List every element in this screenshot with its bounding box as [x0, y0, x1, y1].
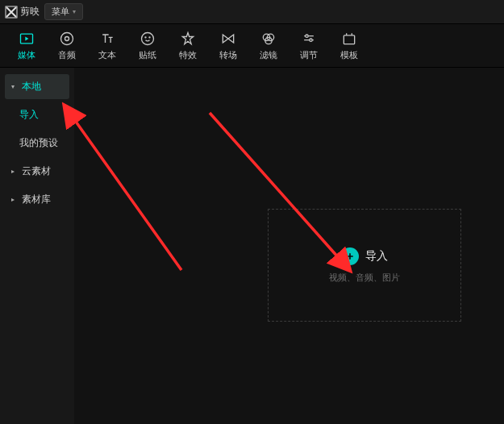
- text-icon: [99, 31, 115, 47]
- sidebar-item-label: 导入: [19, 108, 39, 122]
- tab-audio[interactable]: 音频: [47, 31, 87, 61]
- app-logo: 剪映: [5, 5, 40, 19]
- tab-label: 转场: [219, 49, 237, 61]
- app-name: 剪映: [20, 5, 40, 19]
- tab-label: 音频: [58, 49, 76, 61]
- dropzone-label: 导入: [365, 249, 388, 264]
- sidebar-item-label: 本地: [22, 80, 41, 94]
- content-area: 导入 视频、音频、图片: [74, 68, 504, 424]
- logo-icon: [5, 6, 18, 19]
- import-dropzone[interactable]: 导入 视频、音频、图片: [268, 209, 461, 322]
- tab-filter[interactable]: 滤镜: [248, 31, 289, 61]
- expand-icon: ▾: [11, 83, 19, 90]
- plus-icon: [341, 247, 359, 265]
- tab-label: 调节: [300, 49, 318, 61]
- sidebar-item-presets[interactable]: 我的预设: [5, 131, 69, 156]
- tab-transition[interactable]: 转场: [208, 31, 248, 61]
- sidebar-item-label: 我的预设: [19, 136, 58, 150]
- sidebar-item-import[interactable]: 导入: [5, 102, 69, 127]
- tab-media[interactable]: 媒体: [6, 31, 47, 61]
- audio-icon: [59, 31, 75, 47]
- tab-label: 媒体: [18, 49, 35, 61]
- effect-icon: [180, 31, 196, 47]
- svg-point-10: [306, 35, 308, 37]
- title-bar: 剪映 菜单 ▾: [0, 0, 504, 24]
- collapse-icon: ▸: [11, 168, 19, 175]
- tab-adjust[interactable]: 调节: [289, 31, 329, 61]
- sidebar-item-cloud[interactable]: ▸ 云素材: [5, 159, 69, 184]
- sidebar-item-label: 素材库: [22, 193, 51, 206]
- tab-label: 贴纸: [139, 49, 156, 61]
- template-icon: [341, 31, 357, 47]
- svg-point-11: [310, 39, 312, 41]
- media-icon: [19, 31, 35, 47]
- main-area: ▾ 本地 导入 我的预设 ▸ 云素材 ▸ 素材库 导入 视频、音频、图片: [0, 68, 504, 424]
- transition-icon: [220, 31, 236, 47]
- tab-effect[interactable]: 特效: [168, 31, 208, 61]
- svg-point-2: [61, 32, 73, 44]
- menu-button[interactable]: 菜单 ▾: [44, 3, 83, 20]
- sidebar-item-library[interactable]: ▸ 素材库: [5, 187, 69, 212]
- filter-icon: [260, 31, 277, 47]
- sticker-icon: [140, 31, 156, 47]
- tab-template[interactable]: 模板: [329, 31, 369, 61]
- svg-rect-12: [344, 35, 354, 44]
- adjust-icon: [301, 31, 317, 47]
- sidebar-item-label: 云素材: [22, 164, 51, 178]
- dropzone-subtext: 视频、音频、图片: [329, 272, 400, 284]
- category-toolbar: 媒体 音频 文本 贴纸 特效 转场 滤镜 调节 模板: [0, 24, 504, 68]
- chevron-down-icon: ▾: [73, 8, 76, 15]
- tab-text[interactable]: 文本: [87, 31, 127, 61]
- svg-point-4: [142, 32, 154, 44]
- tab-label: 模板: [340, 49, 358, 61]
- collapse-icon: ▸: [11, 196, 19, 203]
- tab-label: 滤镜: [260, 49, 277, 61]
- tab-sticker[interactable]: 贴纸: [127, 31, 168, 61]
- svg-point-3: [65, 36, 69, 40]
- sidebar-item-local[interactable]: ▾ 本地: [5, 74, 69, 99]
- tab-label: 特效: [179, 49, 197, 61]
- dropzone-row: 导入: [341, 247, 388, 265]
- svg-point-5: [145, 36, 146, 37]
- sidebar: ▾ 本地 导入 我的预设 ▸ 云素材 ▸ 素材库: [0, 68, 74, 424]
- tab-label: 文本: [98, 49, 116, 61]
- svg-point-6: [149, 36, 150, 37]
- menu-label: 菜单: [52, 6, 69, 18]
